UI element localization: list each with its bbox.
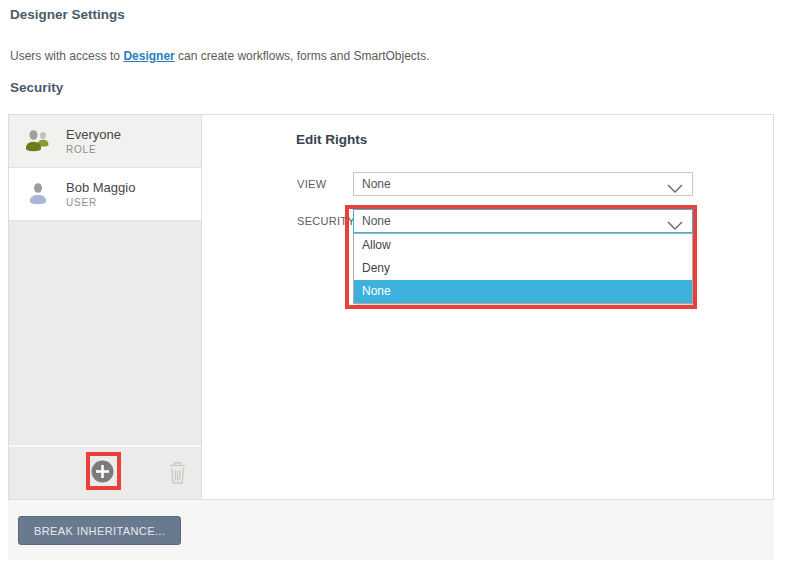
description-suffix: can create workflows, forms and SmartObj… [175, 49, 430, 63]
delete-member-button[interactable] [167, 460, 188, 485]
designer-settings-page: Designer Settings Users with access to D… [0, 0, 800, 573]
security-select-value: None [362, 214, 391, 228]
member-type: ROLE [66, 144, 121, 155]
page-title: Designer Settings [10, 7, 125, 22]
plus-circle-icon [91, 471, 114, 486]
designer-link[interactable]: Designer [123, 49, 174, 63]
member-name: Everyone [66, 127, 121, 142]
view-field-label: VIEW [297, 178, 326, 190]
trash-icon [167, 473, 188, 488]
edit-rights-panel: Edit Rights VIEW None SECURITY None Allo… [202, 115, 773, 499]
member-meta: Bob Maggio USER [66, 180, 135, 208]
security-field-label: SECURITY [297, 215, 355, 227]
member-type: USER [66, 197, 135, 208]
edit-rights-title: Edit Rights [296, 132, 367, 147]
security-panel: Everyone ROLE Bob Maggio USER [8, 114, 774, 500]
member-list-empty-space [9, 221, 201, 447]
view-select-value: None [362, 177, 391, 191]
view-select[interactable]: None [353, 172, 693, 196]
security-select[interactable]: None [353, 209, 693, 233]
member-list-toolbar [9, 447, 201, 499]
dropdown-option-none[interactable]: None [354, 280, 692, 303]
member-list: Everyone ROLE Bob Maggio USER [9, 115, 202, 499]
member-meta: Everyone ROLE [66, 127, 121, 155]
security-dropdown-list: Allow Deny None [353, 233, 693, 304]
dropdown-option-allow[interactable]: Allow [354, 234, 692, 257]
dropdown-option-deny[interactable]: Deny [354, 257, 692, 280]
description-prefix: Users with access to [10, 49, 123, 63]
add-member-button[interactable] [91, 460, 114, 483]
user-icon [23, 180, 53, 208]
list-item-bob-maggio[interactable]: Bob Maggio USER [9, 168, 201, 221]
break-inheritance-button[interactable]: BREAK INHERITANCE... [18, 516, 181, 545]
chevron-down-icon [667, 180, 683, 198]
page-description: Users with access to Designer can create… [10, 49, 430, 63]
member-name: Bob Maggio [66, 180, 135, 195]
security-section-title: Security [10, 80, 63, 95]
footer-bar: BREAK INHERITANCE... [8, 500, 774, 560]
role-group-icon [23, 127, 53, 155]
list-item-everyone[interactable]: Everyone ROLE [9, 115, 201, 168]
